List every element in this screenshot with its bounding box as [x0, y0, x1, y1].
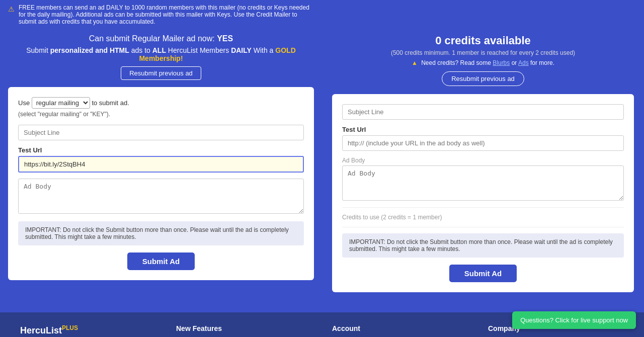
credits-note: (500 credits minimum. 1 member is reache… [332, 49, 634, 56]
right-test-url-input[interactable] [342, 135, 624, 151]
right-important-notice: IMPORTANT: Do not click the Submit butto… [342, 233, 624, 258]
personalized-banner: Submit personalized and HTML ads to ALL … [8, 46, 314, 62]
form-divider-2 [342, 227, 624, 227]
left-test-url-section: Test Url [18, 146, 304, 173]
right-form-card: Test Url Ad Body Credits to use (2 credi… [332, 94, 634, 292]
right-ad-body-label: Ad Body [342, 157, 624, 164]
right-submit-ad-button[interactable]: Submit Ad [449, 265, 517, 282]
left-resubmit-center: Resubmit previous ad [8, 66, 314, 80]
blurbs-link[interactable]: Blurbs [493, 59, 510, 66]
left-subject-line-section [18, 125, 304, 140]
left-submit-center: Submit Ad [18, 252, 304, 270]
left-important-notice: IMPORTANT: Do not click the Submit butto… [18, 221, 304, 245]
right-test-url-label: Test Url [342, 126, 624, 133]
can-submit-banner: Can submit Regular Mailer ad now: YES [8, 34, 314, 43]
right-subject-section [342, 104, 624, 120]
left-test-url-input[interactable] [18, 156, 304, 173]
ads-link[interactable]: Ads [518, 59, 529, 66]
left-subject-line-input[interactable] [18, 125, 304, 140]
mailing-type-select[interactable]: regular mailing KEY [32, 97, 90, 109]
select-hint: (select "regular mailing" or "KEY"). [18, 111, 304, 118]
need-credits: ▲ Need credits? Read some Blurbs or Ads … [332, 59, 634, 66]
left-column: Can submit Regular Mailer ad now: YES Su… [0, 29, 322, 302]
right-submit-center: Submit Ad [342, 265, 624, 282]
top-bar: ⚠ FREE members can send an ad DAILY to 1… [0, 0, 322, 29]
right-column: 0 credits available (500 credits minimum… [322, 29, 644, 302]
left-ad-body-section [18, 179, 304, 215]
use-line: Use regular mailing KEY to submit ad. [18, 97, 304, 109]
right-resubmit-button[interactable]: Resubmit previous ad [442, 71, 524, 86]
footer-col-new-features: New Features Prime Ads theZONE [176, 324, 312, 337]
left-ad-body-textarea[interactable] [18, 179, 304, 214]
live-support-button[interactable]: Questions? Click for live support now [512, 311, 636, 329]
left-test-url-label: Test Url [18, 146, 304, 154]
credits-section: 0 credits available (500 credits minimum… [332, 34, 634, 86]
credits-count: 0 credits available [332, 34, 634, 47]
right-subject-input[interactable] [342, 104, 624, 120]
footer-col-account: Account Logout Account Home [332, 324, 468, 337]
footer-brand: HercuListPLUS List Volta Smart-List [20, 324, 156, 337]
warning-triangle-icon: ▲ [412, 59, 418, 66]
right-test-url-section: Test Url [342, 126, 624, 151]
right-ad-body-section: Ad Body [342, 157, 624, 207]
top-bar-message: FREE members can send an ad DAILY to 100… [19, 4, 314, 25]
footer-col-new-features-title: New Features [176, 324, 312, 332]
footer-col-account-title: Account [332, 324, 468, 332]
left-form-card: Use regular mailing KEY to submit ad. (s… [8, 87, 314, 280]
left-resubmit-button[interactable]: Resubmit previous ad [121, 66, 201, 80]
footer-brand-name: HercuListPLUS [20, 324, 156, 336]
form-divider [342, 207, 624, 208]
right-ad-body-textarea[interactable] [342, 165, 624, 201]
credits-to-use-label: Credits to use (2 credits = 1 member) [342, 214, 624, 221]
main-wrapper: Can submit Regular Mailer ad now: YES Su… [0, 29, 644, 302]
warning-icon: ⚠ [8, 5, 15, 13]
left-submit-ad-button[interactable]: Submit Ad [127, 252, 195, 270]
